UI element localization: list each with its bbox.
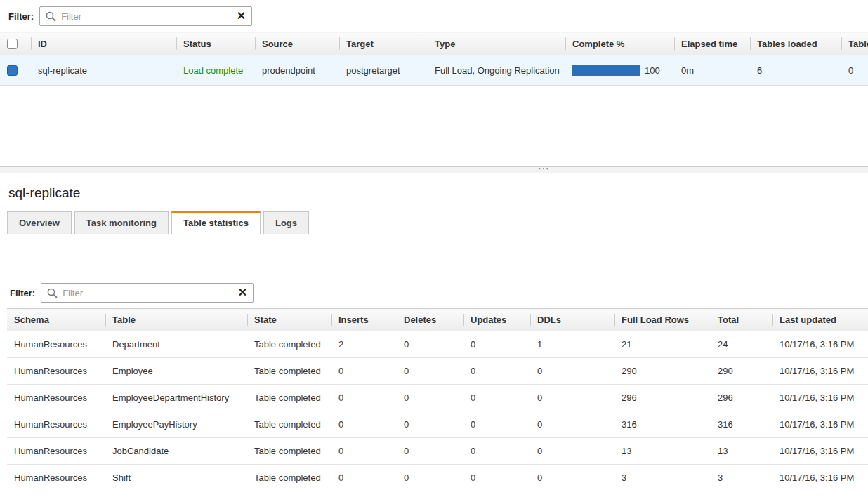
stats-cell: 13: [614, 438, 711, 465]
panel-splitter[interactable]: ···: [0, 166, 868, 173]
tasks-filter-bar: Filter: ✕: [0, 0, 868, 32]
stats-cell: 13: [711, 438, 772, 465]
col-tables-loaded[interactable]: Tables loaded: [750, 32, 841, 55]
stats-cell: Shift: [105, 465, 247, 491]
stats-cell: 296: [614, 385, 711, 411]
progress-track: [572, 65, 640, 76]
select-all-checkbox[interactable]: [7, 39, 18, 49]
col-id[interactable]: ID: [31, 32, 176, 55]
stats-cell: 0: [331, 358, 397, 385]
stats-cell: 0: [463, 358, 530, 385]
stats-header-row: Schema Table State Inserts Deletes Updat…: [7, 309, 868, 331]
stats-cell: 21: [614, 331, 711, 358]
select-all-header: [0, 32, 31, 55]
stats-cell: HumanResources: [7, 411, 105, 438]
task-row-select-cell: [0, 55, 31, 86]
tasks-filter-label: Filter:: [8, 11, 34, 22]
clear-filter-icon[interactable]: ✕: [238, 286, 247, 300]
stats-filter-input[interactable]: [41, 284, 253, 302]
stats-cell: EmployeeDepartmentHistory: [105, 385, 247, 411]
stats-cell: HumanResources: [7, 385, 105, 411]
stats-cell: JobCandidate: [105, 438, 247, 465]
progress-bar: 100: [572, 65, 667, 76]
stats-filter-bar: Filter: ✕: [0, 277, 868, 308]
col-target[interactable]: Target: [339, 32, 428, 55]
stats-cell: 10/17/16, 3:16 PM: [772, 411, 868, 438]
stats-table: Schema Table State Inserts Deletes Updat…: [7, 308, 868, 491]
col-status[interactable]: Status: [176, 32, 255, 55]
stats-table-body: HumanResourcesDepartmentTable completed2…: [7, 331, 868, 491]
stats-cell: 3: [614, 465, 711, 491]
tasks-filter-input[interactable]: [40, 7, 251, 25]
stats-cell: 290: [711, 358, 772, 385]
stats-cell: 0: [530, 438, 614, 465]
stats-cell: 10/17/16, 3:16 PM: [772, 358, 868, 385]
stats-table-wrap: Schema Table State Inserts Deletes Updat…: [0, 308, 868, 491]
col-complete[interactable]: Complete %: [565, 32, 674, 55]
tab-task-monitoring[interactable]: Task monitoring: [74, 211, 169, 234]
stats-cell: 10/17/16, 3:16 PM: [772, 385, 868, 411]
stats-filter-box: ✕: [41, 283, 254, 303]
col-last-updated[interactable]: Last updated: [772, 309, 868, 331]
stats-row: HumanResourcesEmployeeDepartmentHistoryT…: [7, 385, 868, 411]
col-table[interactable]: Table: [105, 309, 247, 331]
stats-cell: 296: [711, 385, 772, 411]
stats-cell: Table completed: [247, 438, 331, 465]
stats-cell: 0: [530, 465, 614, 491]
stats-cell: Table completed: [247, 465, 331, 491]
tasks-panel: Filter: ✕ ID Status Source Target Type C…: [0, 0, 868, 166]
stats-cell: 10/17/16, 3:16 PM: [772, 331, 868, 358]
stats-row: HumanResourcesDepartmentTable completed2…: [7, 331, 868, 358]
splitter-handle-icon: ···: [538, 163, 549, 173]
stats-cell: EmployeePayHistory: [105, 411, 247, 438]
col-inserts[interactable]: Inserts: [331, 309, 397, 331]
stats-panel: Filter: ✕ Schema Table State Inserts Del…: [0, 277, 868, 491]
search-icon: [45, 11, 57, 22]
stats-row: HumanResourcesJobCandidateTable complete…: [7, 438, 868, 465]
task-title: sql-replicate: [8, 185, 868, 201]
tab-logs[interactable]: Logs: [263, 211, 309, 234]
stats-cell: 316: [711, 411, 772, 438]
stats-cell: HumanResources: [7, 331, 105, 358]
task-type: Full Load, Ongoing Replication: [428, 55, 565, 86]
stats-cell: 0: [463, 331, 530, 358]
tasks-table: ID Status Source Target Type Complete % …: [0, 32, 868, 86]
stats-cell: 0: [397, 385, 463, 411]
stats-cell: Department: [105, 331, 247, 358]
col-state[interactable]: State: [247, 309, 331, 331]
col-updates[interactable]: Updates: [463, 309, 530, 331]
stats-cell: 0: [530, 411, 614, 438]
stats-cell: Employee: [105, 358, 247, 385]
col-source[interactable]: Source: [255, 32, 339, 55]
clear-filter-icon[interactable]: ✕: [237, 9, 246, 23]
task-id: sql-replicate: [31, 55, 176, 86]
tab-overview[interactable]: Overview: [7, 211, 72, 234]
task-row-checkbox[interactable]: [7, 65, 18, 76]
col-total[interactable]: Total: [711, 309, 772, 331]
tasks-filter-box: ✕: [39, 6, 252, 26]
tab-table-statistics[interactable]: Table statistics: [171, 211, 261, 234]
col-tables-errored[interactable]: Tables errored: [841, 32, 868, 55]
tasks-header-row: ID Status Source Target Type Complete % …: [0, 32, 868, 55]
task-row[interactable]: sql-replicate Load complete prodendpoint…: [0, 55, 868, 86]
stats-row: HumanResourcesEmployeeTable completed000…: [7, 358, 868, 385]
task-source: prodendpoint: [255, 55, 339, 86]
stats-cell: 0: [397, 411, 463, 438]
col-type[interactable]: Type: [428, 32, 565, 55]
stats-cell: 0: [331, 465, 397, 491]
stats-cell: 0: [397, 358, 463, 385]
search-icon: [46, 287, 58, 299]
col-full-load-rows[interactable]: Full Load Rows: [614, 309, 711, 331]
progress-fill: [572, 65, 640, 76]
stats-cell: Table completed: [247, 411, 331, 438]
col-schema[interactable]: Schema: [7, 309, 105, 331]
stats-cell: 0: [463, 411, 530, 438]
col-elapsed-time[interactable]: Elapsed time: [674, 32, 750, 55]
col-ddls[interactable]: DDLs: [530, 309, 614, 331]
task-elapsed-time: 0m: [674, 55, 750, 86]
stats-cell: HumanResources: [7, 465, 105, 491]
stats-cell: 0: [397, 438, 463, 465]
col-deletes[interactable]: Deletes: [397, 309, 463, 331]
task-tables-errored: 0: [841, 55, 868, 86]
stats-cell: 0: [331, 438, 397, 465]
